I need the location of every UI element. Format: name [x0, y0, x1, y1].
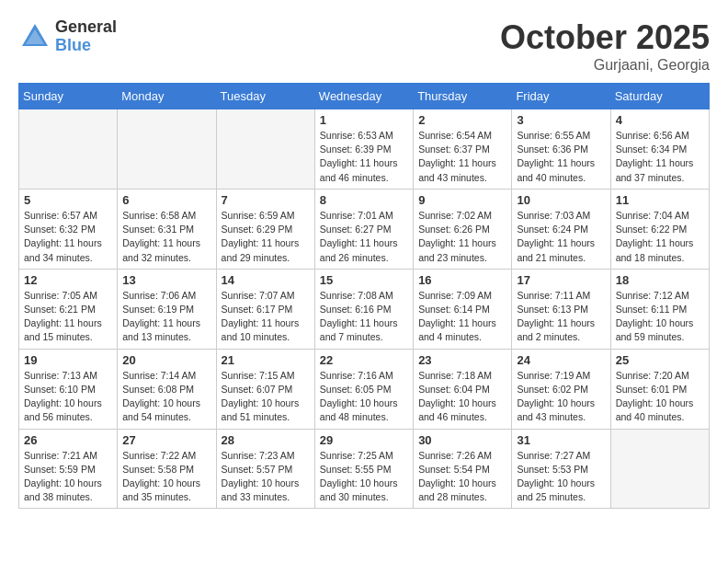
day-number: 12	[24, 273, 112, 287]
day-number: 17	[517, 273, 605, 287]
calendar-cell-5-2: 27Sunrise: 7:22 AMSunset: 5:58 PMDayligh…	[118, 429, 216, 509]
day-number: 30	[418, 433, 506, 447]
day-info: Sunrise: 7:06 AMSunset: 6:19 PMDaylight:…	[122, 289, 210, 345]
location: Gurjaani, Georgia	[500, 57, 710, 74]
day-info: Sunrise: 7:25 AMSunset: 5:55 PMDaylight:…	[320, 449, 408, 505]
day-info: Sunrise: 7:07 AMSunset: 6:17 PMDaylight:…	[222, 289, 310, 345]
calendar-cell-2-4: 8Sunrise: 7:01 AMSunset: 6:27 PMDaylight…	[314, 189, 413, 269]
day-info: Sunrise: 6:57 AMSunset: 6:32 PMDaylight:…	[24, 209, 112, 265]
logo-blue-text: Blue	[55, 37, 117, 55]
day-number: 2	[418, 113, 506, 127]
day-info: Sunrise: 7:01 AMSunset: 6:27 PMDaylight:…	[320, 209, 408, 265]
day-number: 22	[320, 353, 408, 367]
day-number: 14	[222, 273, 310, 287]
calendar-header-saturday: Saturday	[610, 84, 709, 109]
calendar-header-sunday: Sunday	[19, 84, 118, 109]
day-number: 16	[418, 273, 506, 287]
day-info: Sunrise: 6:54 AMSunset: 6:37 PMDaylight:…	[418, 129, 506, 185]
calendar-week-row-1: 1Sunrise: 6:53 AMSunset: 6:39 PMDaylight…	[19, 109, 710, 190]
calendar-cell-2-3: 7Sunrise: 6:59 AMSunset: 6:29 PMDaylight…	[216, 189, 314, 269]
day-number: 7	[222, 193, 310, 207]
day-info: Sunrise: 6:56 AMSunset: 6:34 PMDaylight:…	[616, 129, 704, 185]
day-number: 8	[320, 193, 408, 207]
day-info: Sunrise: 7:13 AMSunset: 6:10 PMDaylight:…	[24, 369, 112, 425]
day-number: 24	[517, 353, 605, 367]
logo-general-text: General	[55, 18, 117, 37]
day-info: Sunrise: 7:15 AMSunset: 6:07 PMDaylight:…	[222, 369, 310, 425]
day-info: Sunrise: 7:16 AMSunset: 6:05 PMDaylight:…	[320, 369, 408, 425]
logo: General Blue	[18, 18, 117, 55]
day-info: Sunrise: 7:11 AMSunset: 6:13 PMDaylight:…	[517, 289, 605, 345]
day-number: 15	[320, 273, 408, 287]
calendar-cell-1-3	[216, 109, 314, 190]
day-info: Sunrise: 7:12 AMSunset: 6:11 PMDaylight:…	[616, 289, 704, 345]
day-number: 18	[616, 273, 704, 287]
calendar-cell-3-1: 12Sunrise: 7:05 AMSunset: 6:21 PMDayligh…	[19, 269, 118, 349]
day-number: 21	[222, 353, 310, 367]
calendar-cell-5-3: 28Sunrise: 7:23 AMSunset: 5:57 PMDayligh…	[216, 429, 314, 509]
day-info: Sunrise: 7:20 AMSunset: 6:01 PMDaylight:…	[616, 369, 704, 425]
calendar-cell-2-6: 10Sunrise: 7:03 AMSunset: 6:24 PMDayligh…	[512, 189, 610, 269]
day-info: Sunrise: 6:53 AMSunset: 6:39 PMDaylight:…	[320, 129, 408, 185]
day-info: Sunrise: 7:14 AMSunset: 6:08 PMDaylight:…	[122, 369, 210, 425]
day-info: Sunrise: 6:58 AMSunset: 6:31 PMDaylight:…	[122, 209, 210, 265]
calendar-cell-1-4: 1Sunrise: 6:53 AMSunset: 6:39 PMDaylight…	[314, 109, 413, 190]
day-info: Sunrise: 7:08 AMSunset: 6:16 PMDaylight:…	[320, 289, 408, 345]
day-number: 31	[517, 433, 605, 447]
day-info: Sunrise: 7:26 AMSunset: 5:54 PMDaylight:…	[418, 449, 506, 505]
day-number: 10	[517, 193, 605, 207]
day-info: Sunrise: 7:19 AMSunset: 6:02 PMDaylight:…	[517, 369, 605, 425]
day-number: 20	[122, 353, 210, 367]
calendar-cell-4-4: 22Sunrise: 7:16 AMSunset: 6:05 PMDayligh…	[314, 349, 413, 429]
day-info: Sunrise: 7:22 AMSunset: 5:58 PMDaylight:…	[122, 449, 210, 505]
calendar-cell-5-5: 30Sunrise: 7:26 AMSunset: 5:54 PMDayligh…	[414, 429, 512, 509]
day-number: 11	[616, 193, 704, 207]
calendar-cell-4-7: 25Sunrise: 7:20 AMSunset: 6:01 PMDayligh…	[610, 349, 709, 429]
day-info: Sunrise: 7:09 AMSunset: 6:14 PMDaylight:…	[418, 289, 506, 345]
calendar-cell-1-6: 3Sunrise: 6:55 AMSunset: 6:36 PMDaylight…	[512, 109, 610, 190]
calendar-header-thursday: Thursday	[414, 84, 512, 109]
calendar-week-row-2: 5Sunrise: 6:57 AMSunset: 6:32 PMDaylight…	[19, 189, 710, 269]
day-number: 27	[122, 433, 210, 447]
calendar-cell-3-6: 17Sunrise: 7:11 AMSunset: 6:13 PMDayligh…	[512, 269, 610, 349]
day-info: Sunrise: 7:21 AMSunset: 5:59 PMDaylight:…	[24, 449, 112, 505]
month-title: October 2025	[500, 18, 710, 57]
calendar-week-row-4: 19Sunrise: 7:13 AMSunset: 6:10 PMDayligh…	[19, 349, 710, 429]
calendar-cell-5-7	[610, 429, 709, 509]
calendar-cell-1-5: 2Sunrise: 6:54 AMSunset: 6:37 PMDaylight…	[414, 109, 512, 190]
calendar-cell-3-7: 18Sunrise: 7:12 AMSunset: 6:11 PMDayligh…	[610, 269, 709, 349]
day-number: 13	[122, 273, 210, 287]
calendar-cell-3-5: 16Sunrise: 7:09 AMSunset: 6:14 PMDayligh…	[414, 269, 512, 349]
day-number: 3	[517, 113, 605, 127]
logo-icon	[18, 20, 51, 53]
day-number: 29	[320, 433, 408, 447]
day-number: 9	[418, 193, 506, 207]
day-number: 23	[418, 353, 506, 367]
day-number: 4	[616, 113, 704, 127]
day-number: 26	[24, 433, 112, 447]
calendar-cell-4-5: 23Sunrise: 7:18 AMSunset: 6:04 PMDayligh…	[414, 349, 512, 429]
calendar-cell-1-7: 4Sunrise: 6:56 AMSunset: 6:34 PMDaylight…	[610, 109, 709, 190]
calendar-header-monday: Monday	[118, 84, 216, 109]
calendar-cell-4-2: 20Sunrise: 7:14 AMSunset: 6:08 PMDayligh…	[118, 349, 216, 429]
calendar-cell-2-2: 6Sunrise: 6:58 AMSunset: 6:31 PMDaylight…	[118, 189, 216, 269]
logo-text: General Blue	[55, 18, 117, 55]
day-info: Sunrise: 7:04 AMSunset: 6:22 PMDaylight:…	[616, 209, 704, 265]
day-number: 25	[616, 353, 704, 367]
calendar-cell-2-5: 9Sunrise: 7:02 AMSunset: 6:26 PMDaylight…	[414, 189, 512, 269]
day-number: 28	[222, 433, 310, 447]
calendar-table: SundayMondayTuesdayWednesdayThursdayFrid…	[18, 83, 710, 509]
page-header: General Blue October 2025 Gurjaani, Geor…	[18, 18, 710, 74]
day-number: 5	[24, 193, 112, 207]
calendar-cell-4-1: 19Sunrise: 7:13 AMSunset: 6:10 PMDayligh…	[19, 349, 118, 429]
day-info: Sunrise: 7:23 AMSunset: 5:57 PMDaylight:…	[222, 449, 310, 505]
day-info: Sunrise: 7:05 AMSunset: 6:21 PMDaylight:…	[24, 289, 112, 345]
day-number: 1	[320, 113, 408, 127]
calendar-cell-1-2	[118, 109, 216, 190]
calendar-cell-2-7: 11Sunrise: 7:04 AMSunset: 6:22 PMDayligh…	[610, 189, 709, 269]
calendar-cell-3-3: 14Sunrise: 7:07 AMSunset: 6:17 PMDayligh…	[216, 269, 314, 349]
calendar-cell-5-6: 31Sunrise: 7:27 AMSunset: 5:53 PMDayligh…	[512, 429, 610, 509]
calendar-cell-4-6: 24Sunrise: 7:19 AMSunset: 6:02 PMDayligh…	[512, 349, 610, 429]
day-info: Sunrise: 7:02 AMSunset: 6:26 PMDaylight:…	[418, 209, 506, 265]
calendar-cell-1-1	[19, 109, 118, 190]
